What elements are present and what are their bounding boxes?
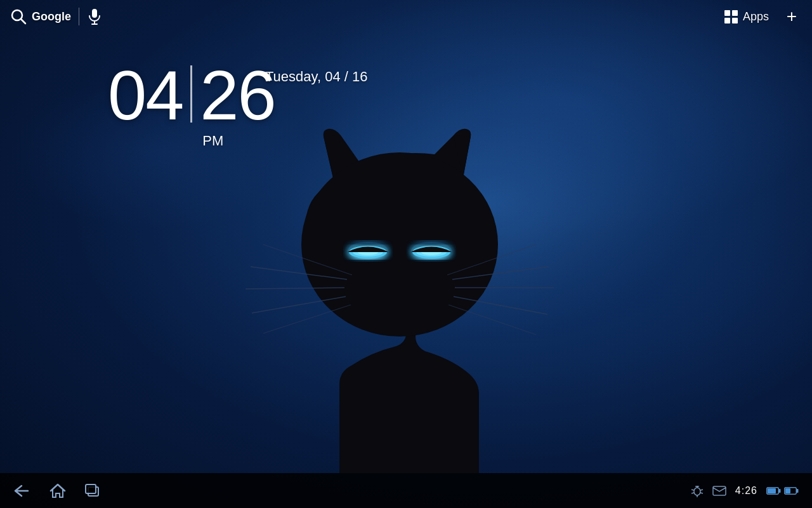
nav-time: 4:26 (735, 485, 757, 497)
svg-line-31 (700, 490, 703, 490)
apps-grid-icon (724, 10, 738, 23)
svg-line-29 (691, 490, 694, 490)
search-divider (79, 8, 79, 25)
wallpaper: Google Apps + 04 26 (0, 0, 812, 508)
svg-rect-39 (797, 489, 799, 493)
svg-rect-36 (779, 489, 781, 493)
svg-rect-37 (768, 488, 776, 493)
apps-label: Apps (743, 10, 769, 23)
clock-hour: 04 (108, 60, 183, 130)
add-widget-button[interactable]: + (782, 6, 802, 27)
svg-rect-2 (92, 9, 97, 18)
back-button[interactable] (13, 484, 30, 498)
cat-silhouette (200, 117, 612, 473)
top-bar-right: Apps + (724, 6, 802, 27)
email-icon (712, 486, 726, 496)
clock-date: Tuesday, 04 / 16 (265, 69, 367, 85)
svg-point-26 (694, 488, 700, 495)
svg-rect-34 (713, 486, 726, 495)
search-icon (10, 8, 27, 25)
top-bar: Google Apps + (0, 0, 812, 33)
nav-bar: 4:26 (0, 473, 812, 508)
debug-icon (691, 485, 704, 497)
clock-separator (190, 65, 192, 123)
google-search-bar[interactable]: Google (10, 8, 71, 25)
svg-line-1 (21, 19, 25, 23)
svg-rect-25 (86, 485, 96, 493)
svg-line-32 (700, 493, 703, 493)
mic-icon[interactable] (87, 9, 102, 24)
svg-point-5 (301, 152, 498, 337)
apps-button[interactable]: Apps (724, 10, 769, 23)
recent-apps-button[interactable] (85, 484, 100, 498)
svg-line-30 (691, 493, 694, 493)
nav-left (13, 483, 100, 498)
nav-right: 4:26 (691, 485, 799, 497)
home-button[interactable] (49, 483, 66, 498)
battery-icons (766, 486, 799, 495)
google-logo: Google (32, 10, 71, 23)
svg-rect-40 (785, 488, 790, 493)
